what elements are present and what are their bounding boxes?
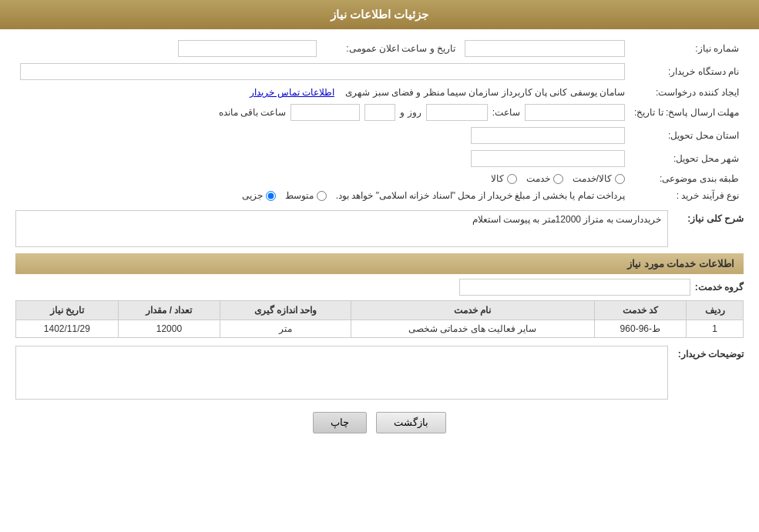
col-row-header: ردیف [687,301,744,320]
page-wrapper: جزئیات اطلاعات نیاز شماره نیاز: 11020054… [0,0,759,532]
category-khadamat-label: خدمت [526,173,563,184]
reply-deadline-label: مهلت ارسال پاسخ: تا تاریخ: [630,101,744,124]
reply-time-label: ساعت: [492,107,520,118]
creator-value: سامان یوسفی کانی پان کاربرداز سازمان سیم… [345,87,625,98]
need-desc-box: خریددارست به متراز 12000متر به پیوست است… [15,210,668,247]
category-kala-khadamat-label: کالا/خدمت [573,173,625,184]
form-table-top: شماره نیاز: 1102005439000312 تاریخ و ساع… [15,37,744,204]
buyer-desc-row: توضیحات خریدار: [15,346,744,400]
cell-unit: متر [220,320,351,338]
remaining-time-label: ساعت باقی مانده [219,107,287,118]
cell-code: ط-96-960 [594,320,686,338]
button-row: بازگشت چاپ [15,412,744,433]
announcement-datetime-label: تاریخ و ساعت اعلان عمومی: [321,37,460,60]
announcement-datetime-input[interactable]: 1402/11/25 - 10:17 [178,40,317,57]
cell-qty: 12000 [118,320,220,338]
main-content: شماره نیاز: 1102005439000312 تاریخ و ساع… [0,29,759,449]
category-kala-label: کالا [491,173,517,184]
process-jozi-radio[interactable] [266,191,276,201]
reply-days-label: روز و [400,107,421,118]
service-info-header: اطلاعات خدمات مورد نیاز [15,253,744,274]
reply-date-input[interactable]: 1402/11/29 [525,104,625,121]
page-header: جزئیات اطلاعات نیاز [0,0,759,29]
process-jozi-label: جزیی [242,190,276,201]
col-unit-header: واحد اندازه گیری [220,301,351,320]
service-group-input[interactable]: سایر فعالیت‌های خدماتی [459,279,690,296]
buyer-desc-textarea[interactable] [15,346,668,400]
cell-date: 1402/11/29 [16,320,119,338]
page-title: جزئیات اطلاعات نیاز [331,8,428,21]
creator-label: ایجاد کننده درخواست: [630,83,744,101]
process-mootaset-label: متوسط [285,190,327,201]
service-group-label: گروه خدمت: [695,282,744,293]
back-button[interactable]: بازگشت [376,412,446,433]
buyer-org-label: نام دستگاه خریدار: [630,60,744,83]
need-desc-row: شرح کلی نیاز: خریددارست به متراز 12000مت… [15,210,744,247]
process-type-row: پرداخت تمام یا بخشی از مبلغ خریدار از مح… [20,190,625,201]
city-label: شهر محل تحویل: [630,147,744,170]
need-number-label: شماره نیاز: [630,37,744,60]
cell-name: سایر فعالیت های خدماتی شخصی [351,320,595,338]
buyer-org-input[interactable]: سازمان سیما منظر و فضای سبز شهری [20,63,625,80]
col-qty-header: تعداد / مقدار [118,301,220,320]
province-label: استان محل تحویل: [630,124,744,147]
table-row: 1ط-96-960سایر فعالیت های خدماتی شخصیمتر1… [16,320,744,338]
category-kala-radio[interactable] [507,174,517,184]
process-label: نوع فرآیند خرید : [630,187,744,204]
city-input[interactable]: سنندج [471,150,625,167]
reply-time-input[interactable]: 11:00 [426,104,488,121]
col-code-header: کد خدمت [594,301,686,320]
col-date-header: تاریخ نیاز [16,301,119,320]
buyer-desc-label: توضیحات خریدار: [674,346,744,360]
need-number-input[interactable]: 1102005439000312 [465,40,625,57]
category-label: طبقه بندی موضوعی: [630,170,744,187]
reply-days-input[interactable]: 3 [364,104,395,121]
category-khadamat-radio[interactable] [553,174,563,184]
col-name-header: نام خدمت [351,301,595,320]
remaining-time-input[interactable]: 22:32:33 [291,104,360,121]
need-desc-label: شرح کلی نیاز: [674,210,744,224]
print-button[interactable]: چاپ [313,412,367,433]
process-mootaset-radio[interactable] [317,191,327,201]
process-note: پرداخت تمام یا بخشی از مبلغ خریدار از مح… [336,190,625,201]
category-radio-group: کالا/خدمت خدمت کالا [20,173,625,184]
service-group-row: گروه خدمت: سایر فعالیت‌های خدماتی [15,279,744,296]
contact-link[interactable]: اطلاعات تماس خریدار [250,87,334,98]
cell-row: 1 [687,320,744,338]
service-table: ردیف کد خدمت نام خدمت واحد اندازه گیری ت… [15,300,744,338]
category-kala-khadamat-radio[interactable] [615,174,625,184]
province-input[interactable]: کردستان [471,127,625,144]
